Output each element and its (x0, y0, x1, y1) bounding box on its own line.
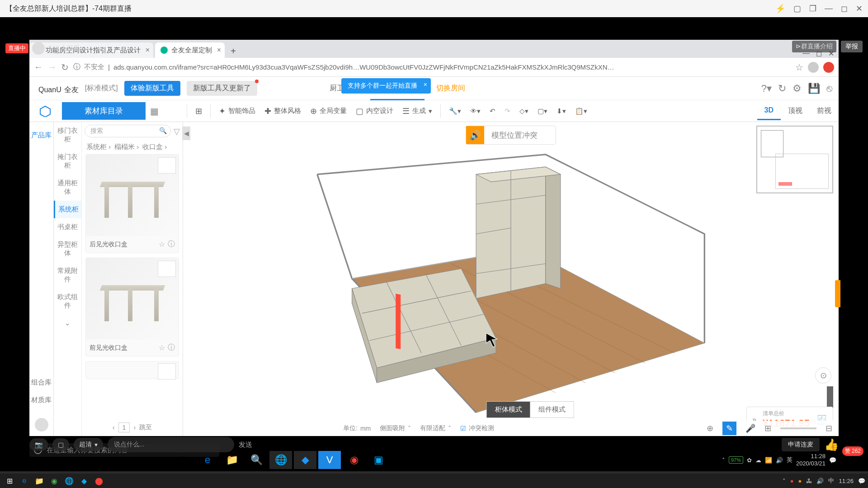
zoom-slider[interactable] (780, 427, 816, 429)
undo-icon[interactable]: ↶ (485, 107, 500, 115)
cat-item[interactable]: 掩门衣柜 (54, 148, 81, 174)
generate-button[interactable]: ☰生成▾ (398, 106, 437, 116)
app-icon[interactable]: ◆ (77, 474, 91, 487)
compass-icon[interactable]: ⊕ (707, 423, 713, 433)
chat-input[interactable]: 说点什么... (108, 437, 234, 452)
scene-3d[interactable] (197, 145, 825, 422)
profile-icon[interactable] (808, 62, 819, 73)
global-var-button[interactable]: ⊕全局变量 (306, 106, 351, 116)
wrench-icon[interactable]: 🔧▾ (444, 107, 466, 115)
pip-button[interactable]: ▢ (52, 438, 69, 451)
quality-selector[interactable]: 超清 ▾ (74, 438, 103, 451)
tray-clock[interactable]: 11:28 2020/03/21 (796, 453, 826, 467)
filter-icon[interactable]: ▽ (174, 125, 180, 137)
asset-alt-preview[interactable] (158, 363, 176, 380)
app-red-icon[interactable]: ◉ (343, 451, 365, 469)
report-button[interactable]: 举报 (841, 41, 863, 52)
browser-tab[interactable]: 全友全屋定制 × (155, 42, 225, 58)
tray-wifi-icon[interactable]: 📶 (765, 457, 772, 464)
close-icon[interactable]: ✕ (856, 4, 863, 14)
asset-card[interactable] (85, 361, 179, 379)
empty-design-button[interactable]: ▢内空设计 (351, 106, 398, 116)
battery-icon[interactable]: 97% (729, 456, 743, 464)
bookmark-icon[interactable]: ☆ (795, 62, 803, 73)
maximize-icon[interactable]: ◻ (841, 4, 848, 14)
task-view-icon[interactable]: ⊞ (172, 451, 194, 469)
view-top[interactable]: 顶视 (781, 102, 810, 120)
style-button[interactable]: ✚整体风格 (260, 106, 306, 116)
walk-icon[interactable]: ✎ (722, 422, 736, 435)
exit-icon[interactable]: ⎋ (826, 83, 832, 94)
grid-toggle-icon[interactable]: ▦ (150, 106, 159, 117)
screenshot-button[interactable]: 📷 (29, 438, 48, 451)
cat-item[interactable]: 通用柜体 (54, 174, 81, 201)
cat-item[interactable]: 欧式组件 (54, 288, 81, 314)
search-app-icon[interactable]: 🔍 (245, 451, 268, 469)
newversion-button[interactable]: 新版工具又更新了 (187, 81, 257, 96)
app-icon[interactable]: ◉ (47, 474, 61, 487)
rail-material[interactable]: 材质库 (29, 391, 53, 409)
calculator-icon[interactable]: 🖩 (392, 451, 414, 469)
tray-volume-icon[interactable]: 🔊 (816, 478, 824, 484)
tray-ime-icon[interactable]: 中 (828, 477, 834, 485)
rail-combo[interactable]: 组合库 (29, 374, 53, 391)
overlay-icon[interactable]: ⚡ (775, 4, 785, 14)
home-hex-icon[interactable] (39, 105, 51, 117)
limit-fit-toggle[interactable]: 有限适配 ˄ (420, 424, 451, 432)
user-avatar-icon[interactable] (35, 418, 48, 432)
help-icon[interactable]: ?▾ (761, 83, 772, 94)
tab-close-icon[interactable]: × (217, 46, 221, 54)
tooltip-close-icon[interactable]: × (424, 81, 427, 88)
cat-item[interactable]: 异型柜体 (54, 236, 81, 262)
extension-icon[interactable] (823, 62, 834, 73)
layout-icon[interactable]: ▢ (793, 4, 801, 14)
side-toggle[interactable] (827, 386, 833, 409)
tray-network-icon[interactable]: 🖧 (806, 478, 812, 484)
edge-icon[interactable]: e (196, 451, 219, 469)
search-icon[interactable]: 🔍 (159, 127, 167, 134)
asset-alt-preview[interactable] (158, 157, 176, 174)
redo-icon[interactable]: ↷ (500, 107, 515, 115)
cat-item[interactable]: 书桌柜 (54, 218, 81, 236)
explorer-icon[interactable]: 📁 (33, 474, 46, 487)
zoom-in-icon[interactable]: ⊞ (764, 423, 771, 433)
info-icon[interactable]: ⓘ (168, 239, 175, 249)
minimize-icon[interactable]: — (825, 4, 833, 14)
group-intro-button[interactable]: ⊳群直播介绍 (792, 41, 836, 52)
start-button[interactable]: ⊞ (3, 474, 16, 487)
settings-icon[interactable]: ⚙ (793, 83, 802, 94)
rail-product[interactable]: 产品库 (29, 127, 53, 144)
app-blue-icon[interactable]: ◆ (294, 451, 316, 469)
eraser-icon[interactable]: ◇▾ (515, 107, 533, 115)
experience-button[interactable]: 体验新版工具 (124, 81, 180, 96)
grid-icon[interactable]: ⊞ (191, 106, 207, 116)
next-page-button[interactable]: › (133, 424, 136, 431)
tray-ime-icon[interactable]: 英 (787, 456, 793, 464)
tray-status-icon[interactable]: ● (790, 478, 794, 484)
restore-icon[interactable]: ❐ (809, 4, 816, 14)
unit-selector[interactable]: 单位: mm (343, 424, 371, 432)
cat-item[interactable]: 常规附件 (54, 262, 81, 288)
back-button[interactable]: ← (34, 62, 43, 72)
info-icon[interactable]: ⓘ (168, 343, 175, 352)
asset-card[interactable]: 前见光收口盒 ☆ ⓘ (85, 258, 179, 357)
mode-cabinet[interactable]: 柜体模式 (487, 402, 530, 418)
favorite-icon[interactable]: ☆ (159, 240, 165, 249)
favorite-icon[interactable]: ☆ (159, 343, 165, 352)
smart-decor-button[interactable]: ✦智能饰品 (214, 106, 260, 116)
explorer-icon[interactable]: 📁 (221, 451, 243, 469)
site-info-icon[interactable]: ⓘ (73, 62, 80, 72)
new-tab-button[interactable]: + (226, 44, 240, 58)
side-snap-toggle[interactable]: 侧面吸附 ˄ (380, 424, 411, 432)
collapse-sidebar-icon[interactable]: ◀ (182, 127, 190, 140)
clipboard-icon[interactable]: 📋▾ (571, 107, 592, 115)
streamer-avatar[interactable] (32, 42, 45, 55)
tray-notifications-icon[interactable]: 💬 (829, 457, 836, 464)
material-library-button[interactable]: 素材库目录 (62, 102, 146, 120)
tab-switch-room[interactable]: 切换房间 (431, 77, 471, 99)
mic-icon[interactable]: 🎤 (745, 423, 755, 433)
canvas[interactable]: ◀ 🔊 模型位置冲突 (183, 122, 839, 436)
save-icon[interactable]: 💾 (808, 83, 820, 94)
mode-component[interactable]: 组件模式 (530, 402, 574, 418)
url-field[interactable]: ⓘ 不安全 | ads.quanyou.com.cn/iframe?src=aH… (73, 62, 791, 72)
